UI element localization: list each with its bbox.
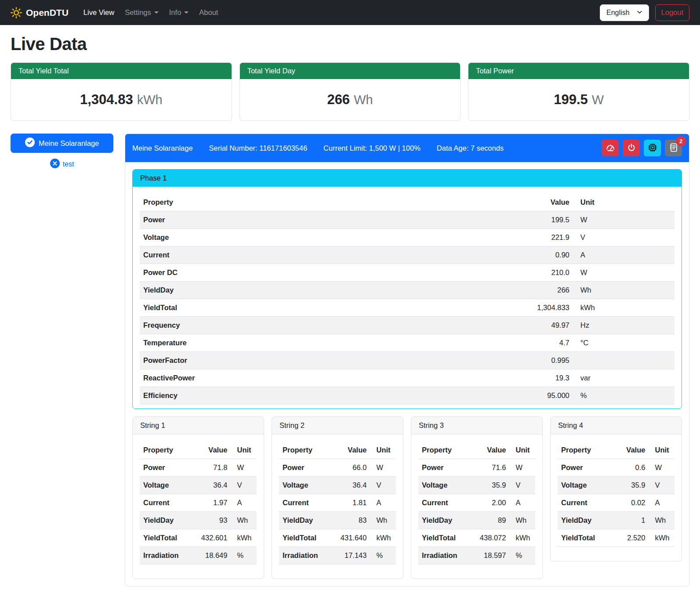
phase-table-body: Power199.5WVoltage221.9VCurrent0.90APowe… (140, 211, 675, 405)
unit-cell: °C (573, 334, 675, 352)
unit-cell: V (573, 229, 675, 246)
property-cell: YieldTotal (418, 529, 472, 547)
value-cell: 83 (333, 512, 370, 529)
unit-cell: kWh (573, 299, 675, 317)
property-cell: Current (140, 494, 193, 512)
unit-cell: V (370, 477, 396, 494)
navbar: OpenDTU Live View Settings Info About En… (0, 0, 700, 25)
property-cell: Voltage (279, 477, 333, 494)
column-header-unit: Unit (370, 441, 396, 459)
table-row: YieldDay1Wh (558, 512, 675, 529)
string-card-1: String 1PropertyValueUnitPower71.8WVolta… (132, 416, 264, 579)
value-cell: 89 (472, 512, 509, 529)
table-row: YieldTotal2.520kWh (558, 529, 675, 547)
table-row: Power66.0W (279, 459, 396, 477)
value-cell: 71.8 (193, 459, 231, 477)
column-header-property: Property (279, 441, 333, 459)
table-row: Voltage221.9V (140, 229, 675, 246)
property-cell: YieldTotal (279, 529, 333, 547)
unit-cell: Wh (573, 282, 675, 299)
device-info-button[interactable] (644, 140, 661, 156)
property-cell: YieldDay (558, 512, 611, 529)
table-row: Voltage35.9V (418, 477, 535, 494)
brand[interactable]: OpenDTU (11, 7, 69, 18)
table-row: Current2.00A (418, 494, 535, 512)
nav-item-live-view[interactable]: Live View (80, 5, 118, 20)
inverter-card-header: Meine Solaranlage Serial Number: 1161716… (125, 134, 689, 162)
unit-cell: A (370, 494, 396, 512)
string-card-title: String 4 (551, 417, 682, 434)
value-cell: 438.072 (472, 529, 509, 547)
limit-settings-button[interactable] (602, 140, 619, 156)
value-cell: 0.02 (611, 494, 649, 512)
inverter-select-label: Meine Solaranlage (39, 139, 99, 148)
unit-cell: Wh (649, 512, 675, 529)
value-cell: 36.4 (333, 477, 370, 494)
value-cell: 1 (611, 512, 649, 529)
property-cell: Voltage (140, 229, 461, 246)
column-header-property: Property (140, 441, 193, 459)
column-header-property: Property (418, 441, 472, 459)
unit-cell: kWh (370, 529, 396, 547)
summary-unit: kWh (137, 93, 163, 107)
unit-cell: kWh (649, 529, 675, 547)
value-cell: 95.000 (461, 387, 573, 405)
table-row: Efficiency95.000% (140, 387, 675, 405)
language-select[interactable]: English (600, 4, 649, 21)
table-row: Power199.5W (140, 211, 675, 229)
property-cell: YieldDay (418, 512, 472, 529)
event-log-button[interactable]: 2 (665, 140, 682, 156)
inverter-name: Meine Solaranlage (132, 144, 193, 152)
chevron-down-icon (637, 9, 642, 17)
column-header-unit: Unit (573, 194, 675, 211)
table-row: YieldDay83Wh (279, 512, 396, 529)
property-cell: Voltage (558, 477, 611, 494)
summary-card-total-yield-day: Total Yield Day 266 Wh (239, 62, 461, 121)
property-cell: Current (558, 494, 611, 512)
table-row: YieldTotal1,304.833kWh (140, 299, 675, 317)
property-cell: Current (279, 494, 333, 512)
inverter-sidebar: Meine Solaranlage test (11, 134, 113, 170)
value-cell: 210.0 (461, 264, 573, 282)
string-table: PropertyValueUnitPower0.6WVoltage35.9VCu… (558, 441, 675, 547)
nav-item-info[interactable]: Info (166, 5, 192, 20)
property-cell: Power (418, 459, 472, 477)
inverter-select-button[interactable]: Meine Solaranlage (11, 134, 113, 153)
summary-card-body: 1,304.83 kWh (11, 79, 232, 120)
unit-cell: W (509, 459, 535, 477)
power-button[interactable] (623, 140, 640, 156)
phase-card: Phase 1 Property Value Unit P (132, 169, 682, 409)
nav-item-settings-label: Settings (125, 8, 151, 17)
property-cell: Frequency (140, 317, 461, 334)
power-icon (627, 143, 636, 154)
value-cell: 1,304.833 (461, 299, 573, 317)
inverter-link-test[interactable]: test (50, 159, 74, 170)
string-table: PropertyValueUnitPower71.8WVoltage36.4VC… (140, 441, 257, 564)
property-cell: Voltage (418, 477, 472, 494)
nav-item-about[interactable]: About (196, 5, 221, 20)
summary-card-body: 266 Wh (240, 79, 461, 120)
string-card-title: String 2 (272, 417, 403, 434)
table-row: YieldDay266Wh (140, 282, 675, 299)
value-cell: 2.520 (611, 529, 649, 547)
summary-value: 199.5 (554, 92, 588, 108)
column-header-value: Value (461, 194, 573, 211)
summary-card-body: 199.5 W (468, 79, 689, 120)
column-header-value: Value (193, 441, 231, 459)
logout-button[interactable]: Logout (655, 4, 689, 21)
summary-card-total-power: Total Power 199.5 W (468, 62, 689, 121)
nav-item-settings[interactable]: Settings (121, 5, 162, 20)
unit-cell: Wh (370, 512, 396, 529)
table-row: Voltage35.9V (558, 477, 675, 494)
property-cell: YieldDay (140, 282, 461, 299)
inverter-card: Meine Solaranlage Serial Number: 1161716… (125, 134, 689, 586)
property-cell: Power (140, 459, 193, 477)
table-header-row: Property Value Unit (140, 194, 675, 211)
unit-cell: kWh (231, 529, 257, 547)
unit-cell: W (573, 211, 675, 229)
string-card-title: String 1 (133, 417, 264, 434)
unit-cell: A (573, 246, 675, 264)
nav-links: Live View Settings Info About (80, 5, 600, 20)
string-table: PropertyValueUnitPower71.6WVoltage35.9VC… (418, 441, 535, 564)
table-row: YieldDay93Wh (140, 512, 257, 529)
